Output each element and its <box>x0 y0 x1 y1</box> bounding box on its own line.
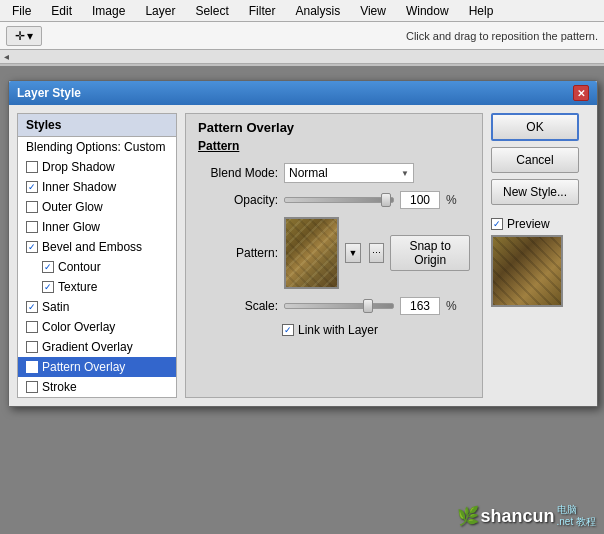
opacity-unit: % <box>446 193 457 207</box>
scale-slider-thumb[interactable] <box>363 299 373 313</box>
styles-header: Styles <box>18 114 176 137</box>
preview-section: Preview <box>491 217 589 307</box>
content-panel: Pattern Overlay Pattern Blend Mode: Norm… <box>185 113 483 398</box>
contour-item[interactable]: Contour <box>18 257 176 277</box>
outer-glow-item[interactable]: Outer Glow <box>18 197 176 217</box>
scale-value-input[interactable] <box>400 297 440 315</box>
contour-checkbox[interactable] <box>42 261 54 273</box>
blending-options-item[interactable]: Blending Options: Custom <box>18 137 176 157</box>
move-tool-btn[interactable]: ✛ ▾ <box>6 26 42 46</box>
pattern-overlay-item[interactable]: Pattern Overlay <box>18 357 176 377</box>
texture-checkbox[interactable] <box>42 281 54 293</box>
link-layer-checkbox[interactable] <box>282 324 294 336</box>
satin-checkbox[interactable] <box>26 301 38 313</box>
link-layer-row: Link with Layer <box>198 323 470 337</box>
watermark-suffix-block: 电脑 .net 教程 <box>557 504 596 528</box>
stroke-checkbox[interactable] <box>26 381 38 393</box>
ok-button[interactable]: OK <box>491 113 579 141</box>
preview-checkbox[interactable] <box>491 218 503 230</box>
menu-help[interactable]: Help <box>461 2 502 20</box>
blend-mode-value: Normal <box>289 166 328 180</box>
scale-row: Scale: % <box>198 297 470 315</box>
content-header: Pattern Overlay <box>186 114 482 137</box>
menu-image[interactable]: Image <box>84 2 133 20</box>
preview-thumbnail <box>491 235 563 307</box>
menu-edit[interactable]: Edit <box>43 2 80 20</box>
toolbar: ✛ ▾ Click and drag to reposition the pat… <box>0 22 604 50</box>
blend-mode-select[interactable]: Normal ▼ <box>284 163 414 183</box>
pattern-preview-swatch[interactable] <box>284 217 339 289</box>
leaf-icon: 🌿 <box>457 505 479 527</box>
bevel-emboss-item[interactable]: Bevel and Emboss <box>18 237 176 257</box>
opacity-row: Opacity: % <box>198 191 470 209</box>
menu-file[interactable]: File <box>4 2 39 20</box>
blending-options-label: Blending Options: Custom <box>26 140 165 154</box>
content-subheader: Pattern <box>186 137 482 159</box>
dialog-close-button[interactable]: ✕ <box>573 85 589 101</box>
snap-to-origin-button[interactable]: Snap to Origin <box>390 235 470 271</box>
blend-mode-label: Blend Mode: <box>198 166 278 180</box>
scale-label: Scale: <box>198 299 278 313</box>
inner-shadow-label: Inner Shadow <box>42 180 116 194</box>
satin-label: Satin <box>42 300 69 314</box>
preview-label: Preview <box>507 217 550 231</box>
pattern-label: Pattern: <box>198 246 278 260</box>
pattern-options-button[interactable]: ⋯ <box>369 243 385 263</box>
watermark-net: .net 教程 <box>557 516 596 528</box>
move-icon: ✛ <box>15 29 25 43</box>
scale-unit: % <box>446 299 457 313</box>
satin-item[interactable]: Satin <box>18 297 176 317</box>
gradient-overlay-checkbox[interactable] <box>26 341 38 353</box>
stroke-item[interactable]: Stroke <box>18 377 176 397</box>
tool-dropdown-arrow[interactable]: ▾ <box>27 29 33 43</box>
scale-slider-track[interactable] <box>284 303 394 309</box>
scroll-indicator: ◂ <box>4 51 9 62</box>
menu-filter[interactable]: Filter <box>241 2 284 20</box>
opacity-slider-thumb[interactable] <box>381 193 391 207</box>
pattern-options-icon: ⋯ <box>372 248 381 258</box>
texture-item[interactable]: Texture <box>18 277 176 297</box>
texture-label: Texture <box>58 280 97 294</box>
watermark-sub: 电脑 <box>557 504 596 516</box>
gradient-overlay-item[interactable]: Gradient Overlay <box>18 337 176 357</box>
styles-panel: Styles Blending Options: Custom Drop Sha… <box>17 113 177 398</box>
blend-mode-row: Blend Mode: Normal ▼ <box>198 163 470 183</box>
opacity-slider-container <box>284 197 394 203</box>
menu-layer[interactable]: Layer <box>137 2 183 20</box>
opacity-slider-track[interactable] <box>284 197 394 203</box>
inner-glow-item[interactable]: Inner Glow <box>18 217 176 237</box>
drop-shadow-checkbox[interactable] <box>26 161 38 173</box>
watermark-site: shancun <box>481 506 555 527</box>
stroke-label: Stroke <box>42 380 77 394</box>
opacity-value-input[interactable] <box>400 191 440 209</box>
color-overlay-item[interactable]: Color Overlay <box>18 317 176 337</box>
new-style-button[interactable]: New Style... <box>491 179 579 205</box>
menubar: File Edit Image Layer Select Filter Anal… <box>0 0 604 22</box>
menu-window[interactable]: Window <box>398 2 457 20</box>
dialog-title: Layer Style <box>17 86 81 100</box>
menu-analysis[interactable]: Analysis <box>287 2 348 20</box>
inner-shadow-checkbox[interactable] <box>26 181 38 193</box>
blend-mode-dropdown-arrow: ▼ <box>401 169 409 178</box>
color-overlay-checkbox[interactable] <box>26 321 38 333</box>
menu-select[interactable]: Select <box>187 2 236 20</box>
right-panel: OK Cancel New Style... Preview <box>491 113 589 398</box>
outer-glow-checkbox[interactable] <box>26 201 38 213</box>
drop-shadow-label: Drop Shadow <box>42 160 115 174</box>
contour-label: Contour <box>58 260 101 274</box>
gradient-overlay-label: Gradient Overlay <box>42 340 133 354</box>
menu-view[interactable]: View <box>352 2 394 20</box>
inner-shadow-item[interactable]: Inner Shadow <box>18 177 176 197</box>
pattern-dropdown-button[interactable]: ▼ <box>345 243 361 263</box>
link-layer-label: Link with Layer <box>298 323 378 337</box>
drop-shadow-item[interactable]: Drop Shadow <box>18 157 176 177</box>
pattern-overlay-label: Pattern Overlay <box>42 360 125 374</box>
inner-glow-checkbox[interactable] <box>26 221 38 233</box>
toolbar-hint: Click and drag to reposition the pattern… <box>406 30 598 42</box>
bevel-emboss-label: Bevel and Emboss <box>42 240 142 254</box>
pattern-overlay-checkbox[interactable] <box>26 361 38 373</box>
inner-glow-label: Inner Glow <box>42 220 100 234</box>
bevel-emboss-checkbox[interactable] <box>26 241 38 253</box>
cancel-button[interactable]: Cancel <box>491 147 579 173</box>
layer-style-dialog: Layer Style ✕ Styles Blending Options: C… <box>8 80 598 407</box>
